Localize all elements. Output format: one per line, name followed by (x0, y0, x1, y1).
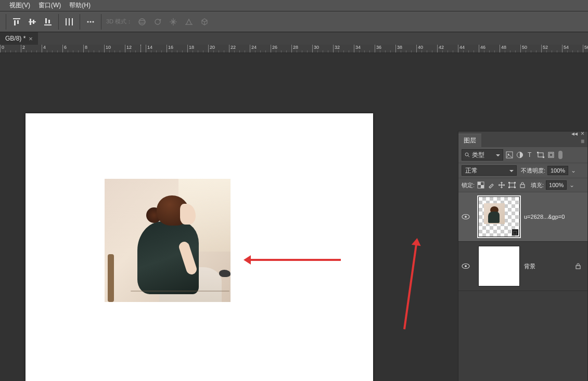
ruler-tick: 30 (312, 45, 319, 53)
ruler-tick: 22 (229, 45, 236, 53)
cube-icon[interactable] (198, 15, 211, 29)
filter-smart-icon[interactable] (547, 151, 555, 159)
ruler-tick: 56 (583, 45, 588, 53)
svg-rect-28 (549, 153, 553, 156)
layer-name[interactable]: 背景 (524, 262, 575, 270)
ruler-tick: 34 (354, 45, 361, 53)
orbit-icon[interactable] (135, 15, 149, 29)
layer-list: ⬚u=2628...&gp=0背景 (458, 192, 587, 381)
svg-point-17 (155, 19, 160, 24)
layer-thumbnail[interactable] (478, 246, 520, 286)
opacity-input[interactable]: 100% (547, 166, 568, 175)
ruler-tick: 14 (146, 45, 152, 53)
document-tab-title: GB/8) * (5, 35, 25, 42)
align-bottom-icon[interactable] (41, 15, 55, 29)
lock-transparent-icon[interactable] (477, 181, 485, 189)
layer-row[interactable]: ⬚u=2628...&gp=0 (458, 192, 587, 242)
layers-panel: ◂◂ × 图层 ≡ 类型 T 正常 不透明度: 100% ⌄ 锁定: 填充: 1… (458, 131, 588, 381)
svg-rect-11 (72, 18, 73, 25)
menu-window[interactable]: 窗口(W) (34, 1, 65, 10)
ruler-horizontal[interactable]: 0246810121416182022242628303234363840424… (0, 45, 588, 53)
filter-type-icon[interactable]: T (526, 151, 534, 159)
ruler-tick: 32 (333, 45, 340, 53)
align-top-icon[interactable] (10, 15, 23, 29)
ruler-tick: 20 (208, 45, 215, 53)
image-content (108, 254, 114, 302)
svg-rect-26 (543, 156, 544, 158)
lock-label: 锁定: (462, 181, 475, 189)
menu-help[interactable]: 帮助(H) (65, 1, 95, 10)
collapse-icon[interactable]: ◂◂ (571, 130, 578, 137)
svg-rect-36 (514, 187, 516, 188)
more-icon[interactable] (84, 15, 97, 29)
ruler-tick: 8 (83, 45, 87, 53)
chevron-down-icon[interactable]: ⌄ (569, 181, 575, 189)
svg-rect-10 (69, 18, 70, 25)
roll-icon[interactable] (151, 15, 164, 29)
canvas[interactable] (25, 113, 373, 381)
svg-rect-25 (537, 152, 539, 153)
lock-icon[interactable] (575, 262, 581, 270)
tab-layers[interactable]: 图层 (458, 134, 481, 147)
svg-rect-42 (576, 266, 580, 269)
fill-input[interactable]: 100% (546, 180, 567, 190)
ruler-tick: 26 (271, 45, 277, 53)
svg-rect-0 (13, 18, 20, 19)
divider (58, 14, 59, 30)
lock-fill-row: 锁定: 填充: 100% ⌄ (458, 178, 587, 192)
ruler-tick: 2 (21, 45, 25, 53)
svg-rect-6 (44, 24, 52, 25)
layer-row[interactable]: 背景 (458, 242, 587, 291)
lock-brush-icon[interactable] (487, 181, 495, 189)
svg-line-19 (468, 155, 469, 157)
svg-rect-31 (481, 185, 484, 188)
visibility-eye-icon[interactable] (462, 263, 474, 269)
ruler-tick: 0 (0, 45, 4, 53)
svg-rect-9 (66, 18, 67, 25)
annotation-arrow-left (250, 259, 341, 261)
ruler-tick: 16 (167, 45, 173, 53)
lock-position-icon[interactable] (497, 181, 506, 189)
ruler-tick: 38 (395, 45, 402, 53)
ruler-tick: 4 (42, 45, 46, 53)
filter-shape-icon[interactable] (536, 151, 545, 159)
chevron-down-icon[interactable]: ⌄ (570, 167, 577, 174)
svg-rect-37 (520, 185, 525, 188)
svg-point-41 (465, 265, 467, 267)
fill-label: 填充: (531, 181, 544, 189)
placed-image[interactable] (105, 179, 231, 302)
lock-artboard-icon[interactable] (508, 181, 516, 189)
svg-rect-8 (48, 20, 50, 23)
filter-adjust-icon[interactable] (516, 151, 524, 159)
distribute-icon[interactable] (62, 15, 76, 29)
svg-rect-35 (508, 187, 510, 188)
layer-thumbnail[interactable]: ⬚ (478, 196, 520, 237)
ruler-tick: 10 (104, 45, 111, 53)
document-tab[interactable]: GB/8) * × (0, 32, 38, 45)
ruler-tick: 6 (62, 45, 67, 53)
ruler-tick: 40 (416, 45, 423, 53)
visibility-eye-icon[interactable] (462, 214, 474, 220)
ruler-tick: 46 (479, 45, 485, 53)
search-icon (465, 152, 470, 157)
ruler-tick: 12 (125, 45, 132, 53)
menu-view[interactable]: 视图(V) (5, 1, 34, 10)
layer-name[interactable]: u=2628...&gp=0 (524, 214, 584, 220)
lock-all-icon[interactable] (518, 181, 527, 189)
annotation-arrow-up (403, 244, 417, 330)
pan-icon[interactable] (167, 15, 180, 29)
svg-rect-5 (33, 20, 34, 24)
blend-mode-select[interactable]: 正常 (462, 165, 517, 176)
slide-icon[interactable] (182, 15, 196, 29)
smart-object-badge-icon: ⬚ (512, 229, 518, 235)
filter-toggle[interactable] (558, 151, 563, 159)
filter-pixel-icon[interactable] (505, 151, 514, 159)
svg-rect-2 (17, 20, 19, 24)
filter-type-select[interactable]: 类型 (462, 149, 503, 161)
ruler-tick: 52 (541, 45, 548, 53)
ruler-tick: 48 (500, 45, 506, 53)
align-vcenter-icon[interactable] (25, 15, 39, 29)
close-icon[interactable]: × (29, 35, 33, 42)
panel-menu-icon[interactable]: ≡ (578, 136, 587, 147)
svg-rect-4 (30, 19, 31, 25)
